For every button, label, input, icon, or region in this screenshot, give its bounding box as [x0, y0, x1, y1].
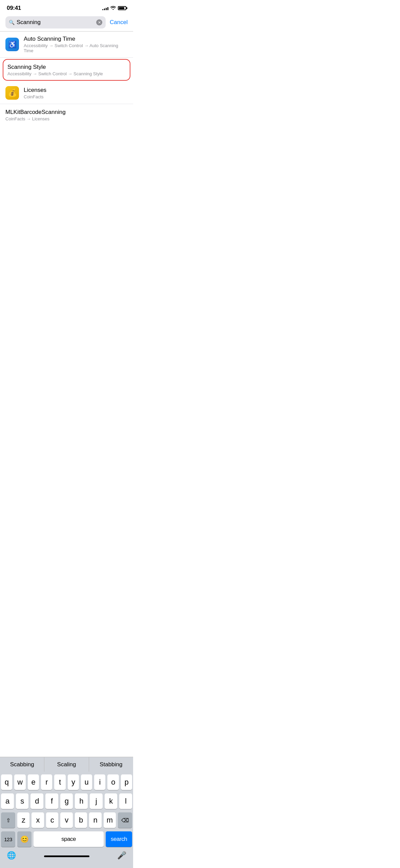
status-bar: 09:41: [0, 0, 133, 14]
result-text: Scanning Style Accessibility → Switch Co…: [7, 64, 126, 76]
result-text: Licenses CoinFacts: [24, 87, 128, 99]
result-subtitle: CoinFacts: [24, 94, 128, 99]
wifi-icon: [110, 5, 116, 11]
clear-button[interactable]: ✕: [96, 19, 102, 25]
battery-icon: [118, 6, 126, 10]
status-icons: [102, 5, 126, 11]
result-item-mlkit[interactable]: MLKitBarcodeScanning CoinFacts → License…: [0, 104, 133, 126]
results-list: ♿ Auto Scanning Time Accessibility → Swi…: [0, 32, 133, 126]
signal-icon: [102, 6, 108, 10]
result-item-auto-scanning-time[interactable]: ♿ Auto Scanning Time Accessibility → Swi…: [0, 32, 133, 58]
result-title: Licenses: [24, 87, 128, 94]
result-title: Scanning Style: [7, 64, 126, 71]
cancel-button[interactable]: Cancel: [110, 19, 128, 26]
result-item-scanning-style[interactable]: Scanning Style Accessibility → Switch Co…: [3, 59, 130, 81]
result-subtitle: CoinFacts → Licenses: [5, 116, 128, 121]
result-text: MLKitBarcodeScanning CoinFacts → License…: [5, 109, 128, 121]
result-text: Auto Scanning Time Accessibility → Switc…: [24, 36, 128, 53]
coinfacts-icon: 💰: [5, 86, 19, 100]
result-subtitle: Accessibility → Switch Control → Scannin…: [7, 71, 126, 76]
search-bar[interactable]: 🔍 Scanning ✕: [5, 16, 106, 28]
result-title: MLKitBarcodeScanning: [5, 109, 128, 116]
accessibility-icon: ♿: [5, 38, 19, 51]
search-icon: 🔍: [9, 20, 15, 25]
status-time: 09:41: [7, 5, 21, 12]
search-input[interactable]: Scanning: [17, 19, 94, 26]
search-container: 🔍 Scanning ✕ Cancel: [0, 14, 133, 31]
result-item-licenses[interactable]: 💰 Licenses CoinFacts: [0, 82, 133, 104]
result-title: Auto Scanning Time: [24, 36, 128, 42]
result-subtitle: Accessibility → Switch Control → Auto Sc…: [24, 43, 128, 53]
